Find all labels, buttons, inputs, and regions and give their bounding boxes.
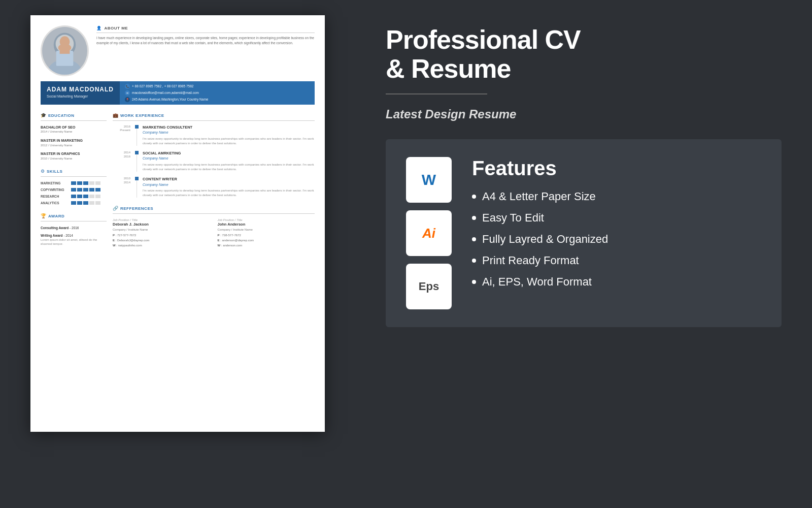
work-item-1: 2016Present MARKETING CONSULTENT Company… — [113, 125, 315, 146]
ai-format-label: Ai — [422, 226, 435, 241]
skills-title: SKILLS — [47, 169, 62, 174]
award-icon: 🏆 — [41, 213, 46, 219]
skills-icon: ⚙ — [41, 168, 45, 175]
references-section: 🔗 REFFERENCES Job Position / Title Debor… — [113, 205, 315, 248]
svg-rect-6 — [60, 50, 70, 54]
feature-item-1: A4 & Letter Paper Size — [472, 190, 761, 203]
ai-icon-box: Ai — [406, 210, 452, 256]
word-icon-box: W — [406, 157, 452, 203]
award-section: 🏆 AWARD Consulting Award - 2016 Writing … — [41, 213, 107, 246]
ref-item-1: Job Position / Title Deborah J. Jackson … — [113, 218, 210, 248]
ref-title: REFFERENCES — [120, 206, 153, 211]
feature-bullet-2 — [472, 216, 476, 220]
resume-right-col: 💼 WORK EXPERIENCE 2016Present MARKETING … — [113, 112, 315, 251]
feature-item-4: Print Ready Format — [472, 254, 761, 267]
feature-bullet-1 — [472, 195, 476, 199]
feature-text-5: Ai, EPS, Word Format — [482, 275, 592, 289]
skill-copywriting: COPYWRITING — [41, 187, 107, 192]
about-icon: 👤 — [96, 25, 102, 31]
main-title: Professional CV & Resume — [386, 25, 782, 83]
subtitle: Latest Design Resume — [386, 107, 782, 121]
edu-item-1: BACHALOR OF SEO 2014 / University Name — [41, 125, 107, 134]
award-title: AWARD — [48, 213, 64, 219]
feature-text-1: A4 & Letter Paper Size — [482, 190, 596, 203]
skills-section: ⚙ SKILLS MARKETING — [41, 168, 107, 205]
resume-body: 🎓 EDUCATION BACHALOR OF SEO 2014 / Unive… — [41, 112, 315, 251]
resume-photo — [41, 25, 89, 76]
feature-bullet-5 — [472, 280, 476, 284]
about-me-section: 👤 ABOUT ME I have much experience in dev… — [96, 25, 315, 76]
phone-line: 📞 + 88 027 8985 7582 , + 88 027 8985 758… — [125, 84, 310, 89]
skill-research: RESEARCH — [41, 194, 107, 199]
skill-analytics: ANALYTICS — [41, 201, 107, 205]
ref-icon: 🔗 — [113, 205, 118, 212]
resume-preview: 👤 ABOUT ME I have much experience in dev… — [30, 15, 325, 432]
feature-item-2: Easy To Edit — [472, 211, 761, 225]
eps-icon-box: Eps — [406, 264, 452, 309]
feature-text-2: Easy To Edit — [482, 211, 544, 225]
edu-item-2: MASTER IN MARKETING 2012 / University Na… — [41, 138, 107, 147]
edu-title: EDUCATION — [48, 113, 74, 118]
ref-item-2: Job Position / Title John Anderson Compa… — [218, 218, 315, 248]
education-section: 🎓 EDUCATION BACHALOR OF SEO 2014 / Unive… — [41, 112, 107, 161]
format-icons: W Ai Eps — [406, 157, 452, 309]
right-panel: Professional CV & Resume Latest Design R… — [355, 0, 812, 508]
features-card: W Ai Eps Features A4 & Letter Paper Size… — [386, 139, 782, 327]
left-panel: 👤 ABOUT ME I have much experience in dev… — [0, 0, 355, 508]
features-list: Features A4 & Letter Paper Size Easy To … — [472, 157, 761, 297]
phone-icon: 📞 — [125, 84, 130, 89]
work-title: WORK EXPERIENCE — [120, 113, 164, 118]
title-divider — [386, 93, 487, 94]
eps-format-label: Eps — [419, 280, 439, 293]
feature-bullet-3 — [472, 237, 476, 241]
ref-grid: Job Position / Title Deborah J. Jackson … — [113, 218, 315, 248]
feature-item-3: Fully Layred & Organized — [472, 233, 761, 246]
work-item-2: 20142016 SOCIAL AMRKETING Company Name I… — [113, 151, 315, 172]
feature-bullet-4 — [472, 259, 476, 263]
person-title: Social Marketing Manager — [47, 94, 114, 99]
feature-item-5: Ai, EPS, Word Format — [472, 275, 761, 289]
about-title: ABOUT ME — [105, 25, 128, 31]
edu-icon: 🎓 — [41, 112, 46, 119]
word-format-label: W — [422, 171, 436, 188]
contact-info: 📞 + 88 027 8985 7582 , + 88 027 8985 758… — [120, 81, 315, 105]
feature-text-4: Print Ready Format — [482, 254, 579, 267]
work-icon: 💼 — [113, 112, 118, 119]
address-line: 📍 245 Adams Avenue,Washington,Your Count… — [125, 97, 310, 102]
name-banner: ADAM MACDONALD Social Marketing Manager … — [41, 81, 315, 105]
award-item-1: Consulting Award - 2016 — [41, 226, 107, 230]
skill-marketing: MARKETING — [41, 181, 107, 185]
email-line: ✉ macdonaloffice@mail.com,adamid@mail.co… — [125, 90, 310, 96]
award-item-2: Writing Award - 2014 Lorem ipsum dolor s… — [41, 233, 107, 246]
work-item-3: 20102014 CONTENT WRITER Company Name I'm… — [113, 177, 315, 198]
about-text: I have much experience in developing lan… — [96, 36, 315, 46]
work-section: 💼 WORK EXPERIENCE 2016Present MARKETING … — [113, 112, 315, 198]
edu-item-3: MASTER IN GRAPHICS 2010 / University Nam… — [41, 151, 107, 161]
resume-left-col: 🎓 EDUCATION BACHALOR OF SEO 2014 / Unive… — [41, 112, 107, 251]
name-left: ADAM MACDONALD Social Marketing Manager — [41, 81, 120, 105]
email-icon: ✉ — [125, 90, 130, 96]
person-name: ADAM MACDONALD — [47, 85, 114, 94]
feature-text-3: Fully Layred & Organized — [482, 233, 608, 246]
location-icon: 📍 — [125, 97, 130, 102]
features-title: Features — [472, 157, 761, 180]
